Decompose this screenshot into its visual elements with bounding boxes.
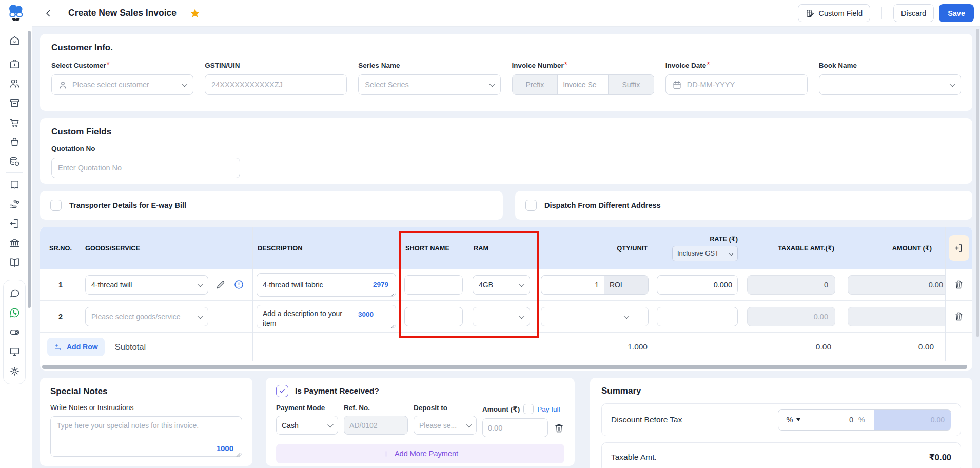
- amount-field: Amount (₹) Pay full: [482, 404, 548, 437]
- description-textarea[interactable]: 4-thread twill fabric 2979: [257, 273, 396, 297]
- short-name-input[interactable]: [410, 281, 457, 289]
- rate-input[interactable]: [662, 313, 732, 321]
- invoice-number-input[interactable]: Invoice Se: [557, 75, 609, 94]
- payment-mode-select[interactable]: Cash: [276, 416, 338, 435]
- invoice-date-picker[interactable]: DD-MM-YYYY: [665, 74, 808, 95]
- discount-amount-field: 0.00: [874, 410, 951, 430]
- discard-button[interactable]: Discard: [893, 4, 934, 22]
- discount-value-input[interactable]: 0: [809, 410, 858, 430]
- qty-input[interactable]: [546, 281, 599, 289]
- ram-select[interactable]: [473, 307, 530, 326]
- bookmark-icon[interactable]: [5, 174, 24, 194]
- col-header-actions: [945, 227, 972, 269]
- chevron-down-icon: [796, 418, 800, 421]
- settings-gear-icon[interactable]: [5, 361, 24, 381]
- pay-full-checkbox[interactable]: [523, 404, 534, 414]
- subtotal-label: Subtotal: [115, 342, 146, 352]
- invoice-number-segmented: Prefix Invoice Se Suffix: [512, 74, 654, 95]
- database-coins-icon[interactable]: [5, 151, 24, 171]
- char-counter: 2979: [373, 281, 388, 288]
- customer-info-fields: Select Customer* Please select customer …: [51, 61, 961, 95]
- cart-icon[interactable]: [5, 112, 24, 132]
- sidebar-scrollbar[interactable]: [28, 31, 31, 308]
- amount-field: 0.00: [848, 275, 945, 295]
- add-row-button[interactable]: Add Row: [47, 338, 105, 356]
- description-textarea[interactable]: Add a description to your item 3000: [257, 305, 396, 328]
- sidebar-divider: [6, 274, 23, 274]
- resize-handle-icon[interactable]: [390, 322, 395, 327]
- column-divider: [252, 227, 253, 361]
- add-more-payment-button[interactable]: Add More Payment: [276, 444, 564, 463]
- bank-icon[interactable]: [5, 233, 24, 252]
- rate-input[interactable]: [662, 281, 732, 289]
- customer-info-card: Customer Info. Select Customer* Please s…: [40, 34, 972, 111]
- items-table-card: SR.NO. GOODS/SERVICE DESCRIPTION SHORT N…: [40, 227, 972, 371]
- ram-select[interactable]: 4GB: [473, 275, 530, 295]
- deposit-to-select[interactable]: Please se...: [414, 416, 477, 435]
- transporter-details-toggle[interactable]: Transporter Details for E-way Bill: [40, 191, 503, 220]
- gst-mode-dropdown[interactable]: Inclusive GST: [672, 246, 738, 261]
- add-row-icon: [54, 343, 63, 352]
- payment-amount-input[interactable]: [488, 424, 542, 432]
- goods-select[interactable]: Please select goods/service: [85, 307, 208, 326]
- notes-textarea[interactable]: Type here your special notes for this in…: [50, 416, 242, 457]
- resize-handle-icon[interactable]: [236, 451, 241, 455]
- discount-unit-select[interactable]: %: [778, 410, 809, 430]
- delete-row-icon[interactable]: [953, 311, 964, 322]
- transporter-label: Transporter Details for E-way Bill: [69, 201, 186, 209]
- app-logo-icon[interactable]: [6, 3, 26, 25]
- save-button[interactable]: Save: [939, 4, 974, 22]
- hand-coins-icon[interactable]: [5, 194, 24, 213]
- delete-row-icon[interactable]: [953, 279, 964, 290]
- gstin-input[interactable]: [211, 81, 340, 89]
- resize-handle-icon[interactable]: [390, 290, 395, 295]
- col-header-goods: GOODS/SERVICE: [81, 227, 252, 269]
- col-header-qty-unit: QTY/UNIT: [537, 227, 651, 269]
- horizontal-scrollbar[interactable]: [42, 365, 967, 369]
- favorite-star-icon[interactable]: [189, 8, 201, 19]
- goods-select[interactable]: 4-thread twill: [85, 275, 208, 295]
- quotation-no-input[interactable]: [58, 164, 233, 172]
- transporter-checkbox[interactable]: [50, 200, 62, 211]
- summary-card: Summary Discount Before Tax % 0 % 0.00 T…: [590, 378, 972, 468]
- add-column-button[interactable]: [949, 235, 969, 261]
- book-name-dropdown[interactable]: [819, 74, 961, 95]
- select-customer-field: Select Customer* Please select customer: [51, 61, 193, 95]
- dispatch-label: Dispatch From Different Address: [544, 201, 661, 209]
- archive-box-icon[interactable]: [5, 93, 24, 112]
- select-customer-dropdown[interactable]: Please select customer: [51, 74, 193, 95]
- customer-info-title: Customer Info.: [51, 43, 961, 53]
- custom-field-button[interactable]: Custom Field: [798, 4, 870, 22]
- col-header-description: DESCRIPTION: [252, 227, 402, 269]
- unit-select[interactable]: [604, 307, 648, 326]
- discount-label: Discount Before Tax: [611, 415, 682, 424]
- items-table-footer: Add Row Subtotal 1.000 0.00 0.00: [40, 333, 972, 361]
- payment-received-checkbox[interactable]: [276, 385, 288, 397]
- briefcase-icon[interactable]: [5, 54, 24, 73]
- topbar: Create New Sales Invoice Custom Field Di…: [32, 0, 980, 27]
- short-name-input[interactable]: [410, 313, 457, 321]
- page-title: Create New Sales Invoice: [68, 8, 177, 18]
- whatsapp-icon[interactable]: [5, 303, 24, 322]
- series-dropdown[interactable]: Select Series: [358, 74, 500, 95]
- bag-icon[interactable]: [5, 132, 24, 151]
- subtotal-amount: 0.00: [918, 342, 934, 352]
- book-icon[interactable]: [5, 252, 24, 272]
- col-header-shortname: SHORT NAME: [402, 227, 470, 269]
- dispatch-address-toggle[interactable]: Dispatch From Different Address: [515, 191, 972, 220]
- page-scrollbar[interactable]: [976, 29, 979, 337]
- toggle-icon[interactable]: [5, 322, 24, 342]
- back-button[interactable]: [41, 6, 55, 21]
- users-icon[interactable]: [5, 73, 24, 93]
- chevron-down-icon: [729, 251, 733, 255]
- series-name-field: Series Name Select Series: [358, 61, 500, 95]
- info-alert-icon[interactable]: [233, 279, 244, 290]
- qty-input[interactable]: [546, 313, 599, 321]
- dispatch-checkbox[interactable]: [525, 200, 537, 211]
- monitor-icon[interactable]: [5, 342, 24, 361]
- logout-icon[interactable]: [5, 213, 24, 233]
- delete-payment-icon[interactable]: [554, 423, 564, 434]
- home-icon[interactable]: [5, 31, 24, 50]
- edit-pencil-icon[interactable]: [215, 279, 226, 290]
- chat-icon[interactable]: [5, 283, 24, 303]
